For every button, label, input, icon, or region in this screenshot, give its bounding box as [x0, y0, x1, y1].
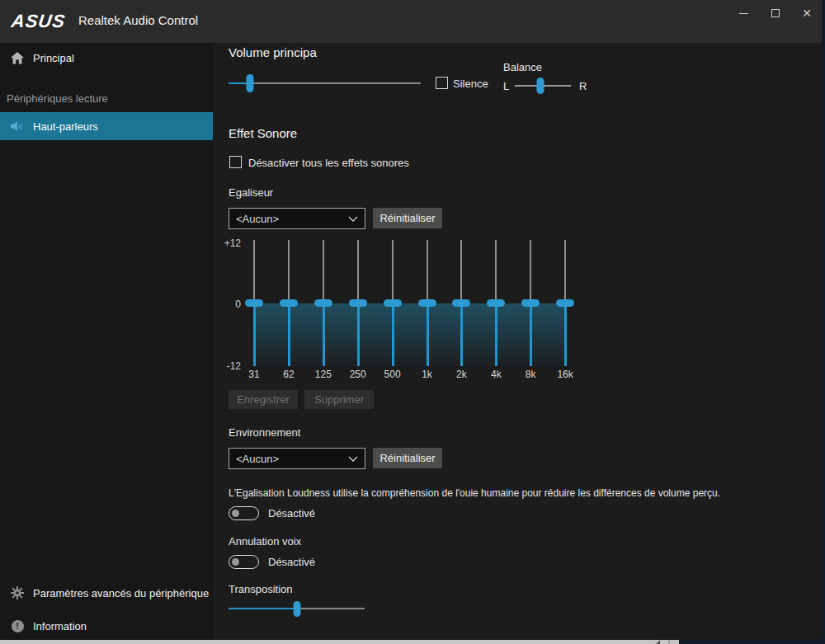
- eq-delete-button[interactable]: Supprimer: [304, 390, 374, 409]
- eq-track-lower[interactable]: [392, 307, 394, 366]
- eq-band-500: 500: [384, 240, 402, 385]
- eq-gradient-fill: [254, 303, 566, 366]
- sidebar-item-label: Paramètres avancés du périphérique: [33, 587, 209, 599]
- app-window: ASUS Realtek Audio Control ✕ Principal P…: [0, 0, 822, 640]
- minimize-button[interactable]: [731, 2, 756, 25]
- eq-track-upper[interactable]: [253, 240, 255, 300]
- sidebar-section-label: Périphériques lecture: [7, 92, 108, 105]
- eq-frequency-label: 1k: [418, 369, 436, 380]
- sidebar-item-information[interactable]: ! Information: [0, 613, 213, 638]
- volume-slider-thumb[interactable]: [246, 74, 253, 92]
- chevron-down-icon: [348, 216, 358, 222]
- background-strip-divider: [668, 640, 670, 644]
- volume-slider-track[interactable]: [229, 82, 421, 84]
- sidebar-item-label: Principal: [33, 52, 74, 64]
- eq-track-upper[interactable]: [460, 240, 462, 300]
- eq-band-8k: 8k: [521, 240, 540, 385]
- balance-slider-thumb[interactable]: [537, 78, 544, 94]
- chevron-down-icon: [348, 456, 358, 462]
- eq-track-upper[interactable]: [495, 240, 497, 300]
- environment-label: Environnement: [229, 426, 300, 439]
- eq-slider-thumb[interactable]: [245, 299, 263, 307]
- eq-track-upper[interactable]: [530, 240, 531, 300]
- eq-frequency-label: 4k: [487, 369, 505, 380]
- loudness-toggle[interactable]: [229, 506, 259, 520]
- transposition-slider[interactable]: [229, 599, 365, 618]
- eq-track-lower[interactable]: [460, 307, 463, 366]
- eq-band-4k: 4k: [487, 240, 505, 385]
- eq-slider-thumb[interactable]: [521, 299, 540, 307]
- equalizer-reset-button[interactable]: Réinitialiser: [373, 208, 442, 228]
- balance-left-label: L: [503, 80, 509, 92]
- eq-band-62: 62: [280, 240, 298, 385]
- eq-track-lower[interactable]: [564, 307, 567, 366]
- background-window-strip: [0, 640, 679, 644]
- eq-slider-thumb[interactable]: [384, 299, 402, 307]
- eq-scale-mid: 0: [213, 298, 241, 310]
- silence-label: Silence: [453, 78, 488, 90]
- eq-track-upper[interactable]: [323, 240, 324, 300]
- eq-track-upper[interactable]: [288, 240, 290, 300]
- sidebar-item-advanced-settings[interactable]: Paramètres avancés du périphérique: [0, 581, 213, 605]
- eq-band-1k: 1k: [418, 240, 436, 385]
- loudness-description: L'Egalisation Loudness utilise la compré…: [229, 487, 720, 499]
- volume-title: Volume principa: [229, 45, 317, 59]
- silence-checkbox[interactable]: [436, 77, 448, 89]
- eq-slider-thumb[interactable]: [452, 299, 470, 307]
- background-scroll-arrow-icon: [656, 640, 660, 644]
- eq-frequency-label: 16k: [556, 369, 574, 380]
- eq-scale-bottom: -12: [213, 360, 241, 372]
- equalizer-label: Egaliseur: [229, 186, 273, 199]
- balance-slider[interactable]: [515, 77, 571, 95]
- eq-slider-thumb[interactable]: [314, 299, 332, 307]
- loudness-state-label: Désactivé: [268, 507, 315, 519]
- effects-title: Effet Sonore: [229, 126, 297, 140]
- info-icon: !: [10, 620, 25, 632]
- maximize-button[interactable]: [763, 2, 788, 25]
- eq-frequency-label: 250: [349, 369, 367, 380]
- balance-right-label: R: [579, 80, 587, 92]
- environment-reset-button[interactable]: Réinitialiser: [373, 448, 442, 468]
- eq-track-lower[interactable]: [495, 307, 497, 366]
- eq-track-upper[interactable]: [392, 240, 394, 300]
- equalizer-preset-value: <Aucun>: [236, 213, 348, 225]
- eq-track-lower[interactable]: [427, 307, 429, 366]
- eq-frequency-label: 500: [384, 369, 402, 380]
- eq-slider-thumb[interactable]: [349, 299, 367, 307]
- disable-effects-checkbox[interactable]: [229, 156, 242, 168]
- sidebar-item-haut-parleurs[interactable]: Haut-parleurs: [0, 112, 213, 140]
- sidebar-selected-label: Haut-parleurs: [33, 120, 98, 133]
- eq-track-upper[interactable]: [357, 240, 359, 300]
- eq-slider-thumb[interactable]: [556, 299, 574, 307]
- eq-track-upper[interactable]: [427, 240, 428, 300]
- eq-track-lower[interactable]: [323, 307, 325, 366]
- eq-band-31: 31: [245, 240, 263, 385]
- equalizer-preset-dropdown[interactable]: <Aucun>: [229, 208, 365, 229]
- volume-slider[interactable]: [229, 74, 421, 92]
- eq-track-lower[interactable]: [288, 307, 290, 366]
- eq-track-upper[interactable]: [564, 240, 566, 300]
- close-button[interactable]: ✕: [794, 2, 819, 25]
- eq-track-lower[interactable]: [357, 307, 360, 366]
- environment-preset-value: <Aucun>: [236, 453, 348, 465]
- eq-track-lower[interactable]: [253, 307, 256, 366]
- toggle-knob: [232, 510, 239, 517]
- transposition-slider-thumb[interactable]: [293, 601, 300, 617]
- speaker-icon: [10, 120, 25, 132]
- sidebar: Principal Périphériques lecture Haut-par…: [0, 43, 213, 640]
- transposition-slider-fill: [229, 608, 297, 609]
- eq-slider-thumb[interactable]: [487, 299, 505, 307]
- sidebar-item-label: Information: [33, 620, 87, 632]
- eq-frequency-label: 31: [245, 369, 263, 380]
- environment-preset-dropdown[interactable]: <Aucun>: [229, 448, 365, 469]
- main-content: Volume principa Silence Balance L R Effe…: [213, 43, 822, 640]
- eq-track-lower[interactable]: [530, 307, 532, 366]
- sidebar-item-principal[interactable]: Principal: [0, 45, 213, 70]
- eq-scale-top: +12: [213, 237, 241, 249]
- eq-slider-thumb[interactable]: [280, 299, 298, 307]
- voice-cancellation-toggle[interactable]: [229, 555, 259, 569]
- voice-cancellation-state-label: Désactivé: [268, 556, 315, 568]
- eq-save-button[interactable]: Enregistrer: [229, 390, 298, 409]
- eq-slider-thumb[interactable]: [418, 299, 436, 307]
- eq-band-250: 250: [349, 240, 367, 385]
